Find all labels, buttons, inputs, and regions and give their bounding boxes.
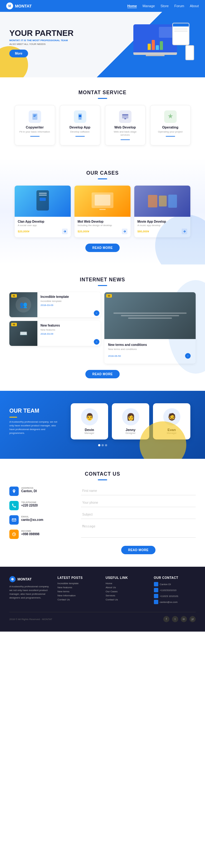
footer-logo-icon (9, 576, 15, 582)
service-card-web-develop: Web Develop Web and back-stage services (105, 105, 145, 145)
address-value: Canton, DI (21, 489, 37, 493)
news-1-arrow[interactable]: › (94, 310, 99, 316)
footer-useful-3[interactable]: Services (106, 594, 148, 597)
case-1-desc: A social user app (18, 224, 68, 227)
team-role-jenny: Designer (115, 432, 145, 434)
team-section: OUR TEAM A trustworthy professional comp… (0, 391, 205, 459)
contact-email-item: EMAIL canto@xx.com (9, 515, 72, 525)
svg-point-11 (11, 578, 14, 581)
footer-top: MONTAT A trustworthy professional compan… (9, 576, 196, 606)
linkedin-icon[interactable]: in (181, 616, 187, 622)
hero-text: YOUR PARTNER MONTAT: IT IS THE MOST PROF… (9, 29, 73, 57)
contact-read-more-button[interactable]: READ MORE (121, 546, 156, 554)
team-name-devin: Devin (74, 428, 104, 432)
case-card-1: Clan App Develop A social user app $20,0… (15, 186, 71, 237)
address-icon (9, 487, 19, 496)
footer-contact-phone1: +11023101010 (160, 589, 177, 592)
case-2-price: $20,000¥ (77, 230, 90, 233)
nav-logo-text: MONTAT (15, 4, 32, 8)
footer-link-post-0[interactable]: Incredible template (58, 582, 100, 585)
case-2-icon-btn[interactable] (122, 228, 128, 234)
phone-label: TELEPHONE (21, 501, 38, 504)
first-name-input[interactable] (81, 487, 196, 495)
case-img-1 (15, 186, 71, 217)
case-1-price: $20,000¥ (18, 230, 30, 233)
svg-rect-1 (33, 115, 36, 115)
news-2-arrow[interactable]: › (94, 339, 99, 345)
footer-useful-2[interactable]: Our Cases (106, 590, 148, 593)
footer-contact-col: OUR CONTACT Canton DI +11023101010 +1102… (154, 576, 196, 606)
footer-link-post-2[interactable]: New terms (58, 590, 100, 593)
develop-app-name: Develop App (65, 125, 96, 129)
email-value: canto@xx.com (21, 518, 43, 522)
operating-desc: Operating your project (155, 130, 186, 133)
footer-useful-0[interactable]: Home (106, 582, 148, 585)
news-img-1: 01 👥 (9, 292, 37, 317)
team-dot-1[interactable] (98, 444, 100, 446)
nav-about[interactable]: About (190, 4, 199, 8)
team-dot-3[interactable] (105, 444, 107, 446)
youtube-icon[interactable]: yt (190, 616, 196, 622)
income-icon (9, 530, 19, 539)
team-card-devin: 👨 Devin Manager (71, 403, 108, 439)
news-grid: 01 👥 Incredible template Incredible temp… (9, 292, 196, 364)
cases-read-more-button[interactable]: READ MORE (86, 244, 119, 252)
subject-input[interactable] (81, 510, 196, 519)
twitter-icon[interactable]: t (172, 616, 178, 622)
case-img-2 (74, 186, 131, 217)
hero-sublabel: MONTAT: IT IS THE MOST PROFESSIONAL TEAM (9, 39, 73, 42)
services-grid: Copywriter Fit in your basic information… (9, 105, 196, 145)
case-1-icon-btn[interactable] (62, 228, 68, 234)
services-divider (98, 98, 107, 99)
footer-contact-address: Canton DI (160, 583, 171, 586)
phone-value: +220 22020 (21, 504, 38, 507)
copywriter-desc: Fit in your basic information (19, 130, 50, 133)
footer-useful-1[interactable]: About Us (106, 586, 148, 589)
footer-useful-4[interactable]: Contact Us (106, 598, 148, 601)
service-card-copywriter: Copywriter Fit in your basic information (15, 105, 55, 145)
phone-input[interactable] (81, 498, 196, 507)
nav-forum[interactable]: Forum (174, 4, 184, 8)
footer-contact-title: OUR CONTACT (154, 576, 196, 580)
news-2-desc: New features (40, 329, 90, 332)
svg-rect-7 (122, 114, 128, 115)
news-1-desc: Incredible template (40, 300, 90, 303)
nav-home[interactable]: Home (128, 4, 137, 8)
nav-links: Home Manage Store Forum About (128, 4, 199, 8)
team-avatar-jenny: 👩 (122, 408, 139, 426)
services-title: MONTAT SERVICE (9, 90, 196, 95)
news-tag-3: 03 (106, 294, 112, 298)
footer-copy: 2018 © All Rights Reserved - MONTAT (9, 618, 52, 621)
nav-logo-icon: M (6, 2, 13, 9)
facebook-icon[interactable]: f (163, 616, 169, 622)
contact-phone-item: TELEPHONE +220 22020 (9, 501, 72, 510)
cases-section: OUR CASES Clan App Develop A social user… (0, 158, 205, 265)
nav-store[interactable]: Store (161, 4, 169, 8)
web-develop-desc: Web and back-stage services (110, 130, 141, 137)
contact-address-item: ADDRESS Canton, DI (9, 487, 72, 496)
income-value: +998 098998 (21, 532, 40, 536)
develop-app-icon (74, 111, 86, 123)
email-icon (9, 515, 19, 525)
hero-desc: ALSO MEET ALL YOUR NEEDS (9, 42, 73, 46)
svg-rect-5 (79, 115, 81, 117)
news-2-title: New features (40, 323, 90, 328)
nav-manage[interactable]: Manage (142, 4, 155, 8)
footer-link-post-3[interactable]: New Information (58, 594, 100, 597)
footer-latest-posts-col: LATEST POSTS Incredible template New fea… (58, 576, 100, 606)
contact-income-item: INCOME +998 098998 (9, 530, 72, 539)
web-develop-icon (119, 111, 132, 123)
hero-phone (185, 45, 194, 60)
message-input[interactable] (81, 522, 196, 538)
operating-icon (164, 111, 177, 123)
news-read-more-button[interactable]: READ MORE (86, 370, 119, 378)
navbar: M MONTAT Home Manage Store Forum About (0, 0, 205, 12)
team-dot-2[interactable] (102, 444, 104, 446)
hero-more-button[interactable]: More (9, 50, 28, 57)
case-2-title: Mot Web Develop (77, 220, 128, 223)
develop-app-desc: Develop software (65, 130, 96, 133)
footer-link-post-1[interactable]: New features (58, 586, 100, 589)
footer-link-post-4[interactable]: Contact Us (58, 598, 100, 601)
news-1-title: Incredible template (40, 295, 90, 299)
news-wide-img: 03 (104, 292, 196, 339)
